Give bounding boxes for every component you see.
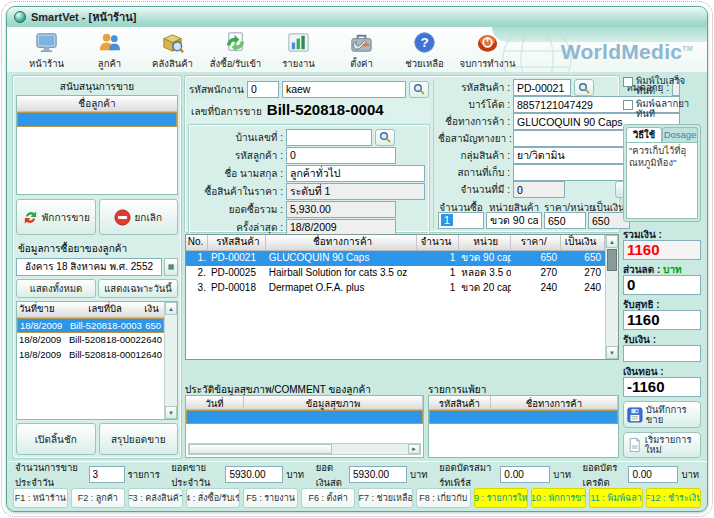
search-icon	[578, 82, 590, 94]
scroll-down-icon[interactable]: ▼	[606, 346, 618, 359]
col-unit-price[interactable]: ราคา/หน่วย	[511, 235, 561, 250]
col-trade-name[interactable]: ชื่อทางการค้า	[491, 396, 618, 409]
history-row[interactable]: 18/8/2009 Bill-520818-0002 2640	[17, 333, 164, 348]
scroll-down-icon[interactable]: ▼	[165, 406, 177, 419]
product-code-input[interactable]	[513, 79, 571, 96]
held-customer-selected-row[interactable]	[17, 112, 177, 127]
smartpurse-total-label: ยอดบัตรสมาร์ทเพิร์ส	[439, 461, 497, 487]
fkey-f5-reports[interactable]: F5 : รายงาน	[243, 488, 298, 508]
col-product-code[interactable]: รหัสสินค้า	[429, 396, 491, 409]
open-drawer-button[interactable]: เปิดลิ้นชัก	[16, 423, 96, 455]
price-level-label: ซื้อสินค้าในราคา :	[193, 184, 283, 199]
col-code[interactable]: รหัสสินค้า	[208, 235, 266, 250]
table-row[interactable]: 2. PD-00025 Hairball Solution for cats 3…	[186, 266, 605, 281]
col-date[interactable]: วันที่	[186, 396, 244, 409]
unit-price-input[interactable]	[544, 212, 586, 229]
fkey-f7-help[interactable]: F7 : ช่วยเหลือ	[358, 488, 413, 508]
fkey-f12-payment[interactable]: F12 : ชำระเงิน	[646, 488, 701, 508]
toolbar-item-storefront[interactable]: หน้าร้าน	[15, 30, 78, 71]
toolbar-item-reports[interactable]: รายงาน	[267, 30, 330, 71]
house-no-search-button[interactable]	[375, 129, 395, 146]
toolbar-item-help[interactable]: ? ช่วยเหลือ	[393, 30, 456, 71]
sales-summary-button[interactable]: สรุปยอดขาย	[99, 423, 179, 455]
health-history-title: ประวัติข้อมูลสุขภาพ/COMMENT ของลูกค้า	[185, 382, 424, 395]
show-today-button[interactable]: แสดงเฉพาะวันนี้	[98, 279, 178, 298]
house-no-input[interactable]	[286, 129, 372, 146]
checkbox-icon[interactable]	[623, 77, 633, 87]
col-health-info[interactable]: ข้อมูลสุขภาพ	[244, 396, 423, 409]
col-name[interactable]: ชื่อทางการค้า	[266, 235, 418, 250]
toolbar-label: คลังสินค้า	[152, 56, 193, 71]
col-amount[interactable]: เป็นเงิน	[561, 235, 605, 250]
tab-usage[interactable]: วิธีใช้	[626, 127, 662, 142]
discount-input[interactable]: 0	[623, 275, 701, 295]
customer-code-input[interactable]	[286, 147, 396, 164]
fkey-f3-inventory[interactable]: F3 : คลังสินค้า	[128, 488, 183, 508]
save-sale-button[interactable]: บันทึกการขาย	[623, 401, 701, 427]
cancel-sale-button[interactable]: ยกเลิก	[99, 199, 179, 235]
new-transaction-button[interactable]: เริ่มรายการใหม่	[623, 432, 701, 458]
table-row[interactable]: 3. PD-00018 Dermapet O.F.A. plus 1 ขวด 2…	[186, 281, 605, 296]
fkey-f9-new-transaction[interactable]: F9 : รายการใหม่	[474, 488, 529, 508]
inventory-icon	[160, 30, 185, 55]
fkey-f1-storefront[interactable]: F1 : หน้าร้าน	[13, 488, 68, 508]
fkey-f10-hold-sale[interactable]: F10 : พักการขาย	[531, 488, 586, 508]
storage-location-label: สถานที่เก็บ :	[438, 165, 510, 180]
history-row[interactable]: 18/8/2009 Bill-520818-0001 2640	[17, 348, 164, 363]
scroll-right-icon[interactable]: ►	[408, 444, 420, 454]
table-row[interactable]: 1. PD-00021 GLUCOQUIN 90 Caps 1 ขวด 90 c…	[186, 251, 605, 266]
fkey-f4-purchase[interactable]: F4 : สั่งซื้อ/รับเข้า	[186, 488, 241, 508]
usage-instructions-text[interactable]: "ควรเก็บไว้ที่อุณหภูมิห้อง"	[626, 142, 698, 219]
employee-name-input[interactable]	[282, 81, 406, 98]
held-customers-list[interactable]: ชื่อลูกค้า	[16, 95, 178, 195]
fkey-f6-settings[interactable]: F6 : ตั้งค่า	[301, 488, 356, 508]
checkbox-icon[interactable]	[623, 100, 633, 110]
health-hscrollbar[interactable]: ►	[188, 443, 421, 455]
sidebar-title: สนับสนุนการขาย	[16, 79, 178, 93]
change-label: เงินทอน :	[623, 364, 701, 377]
app-window: SmartVet - [หน้าร้าน] หน้าร้าน ลู	[6, 6, 708, 512]
product-search-button[interactable]	[574, 79, 594, 96]
toolbar-item-inventory[interactable]: คลังสินค้า	[141, 30, 204, 71]
employee-id-input[interactable]	[247, 81, 279, 98]
date-dropdown-button[interactable]: ▦	[164, 258, 178, 276]
scroll-up-icon[interactable]: ▲	[606, 235, 618, 248]
purchase-receive-icon	[223, 30, 248, 55]
employee-label: รหัสพนักงาน	[189, 82, 244, 97]
toolbar-item-settings[interactable]: ตั้งค่า	[330, 30, 393, 71]
allergy-selected-row[interactable]	[429, 410, 618, 424]
col-qty[interactable]: จำนวน	[417, 235, 459, 250]
fkey-f11-print-label[interactable]: F11 : พิมพ์ฉลาก	[589, 488, 644, 508]
scrollbar-thumb[interactable]	[189, 444, 332, 454]
received-input[interactable]	[623, 345, 701, 363]
history-col-amount[interactable]: เงิน	[141, 302, 164, 317]
search-icon	[413, 83, 425, 95]
toolbar-item-purchase-receive[interactable]: สั่งซื้อ/รับเข้า	[204, 30, 267, 71]
print-receipt-option[interactable]: พิมพ์ใบเสร็จทันที	[623, 76, 701, 97]
history-row[interactable]: 18/8/2009 Bill-520818-0003 650	[17, 318, 164, 333]
history-col-bill[interactable]: เลขที่บิล	[69, 302, 141, 317]
col-unit[interactable]: หน่วย	[459, 235, 511, 250]
fkey-f8-about[interactable]: F8 : เกี่ยวกับ	[416, 488, 471, 508]
hold-sale-button[interactable]: พักการขาย	[16, 199, 96, 235]
items-scrollbar[interactable]: ▲ ▼	[605, 235, 618, 359]
help-icon: ?	[412, 30, 437, 55]
employee-search-button[interactable]	[409, 81, 429, 98]
health-selected-row[interactable]	[186, 410, 423, 424]
tab-dosage[interactable]: Dosage	[662, 127, 698, 142]
col-no[interactable]: No.	[186, 235, 208, 250]
scrollbar-thumb[interactable]	[607, 249, 617, 271]
print-label-option[interactable]: พิมพ์ฉลากยาทันที	[623, 99, 701, 120]
unit-input[interactable]	[486, 212, 542, 229]
toolbar-item-customers[interactable]: ลูกค้า	[78, 30, 141, 71]
customer-name-input[interactable]	[286, 165, 425, 182]
history-col-date[interactable]: วันที่ขาย	[17, 302, 69, 317]
history-date-field[interactable]: อังคาร 18 สิงหาคม พ.ศ. 2552	[16, 258, 162, 276]
history-scrollbar[interactable]: ▲ ▼	[164, 302, 177, 419]
worldmedic-logo: WorldMedicTM	[561, 40, 693, 64]
fkey-f2-customers[interactable]: F2 : ลูกค้า	[71, 488, 126, 508]
qty-input[interactable]: 1	[438, 212, 484, 229]
show-all-button[interactable]: แสดงทั้งหมด	[16, 279, 96, 298]
scroll-up-icon[interactable]: ▲	[165, 302, 177, 315]
product-code-label: รหัสสินค้า :	[438, 80, 510, 95]
